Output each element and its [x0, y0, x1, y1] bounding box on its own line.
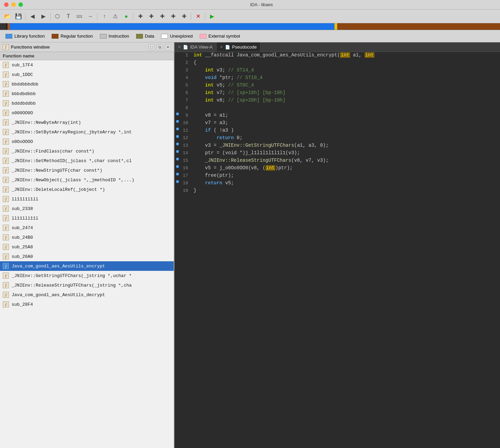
play-button[interactable]: ▶ [207, 12, 217, 21]
line-code-content: { [191, 60, 500, 65]
legend-library: Library function [5, 34, 45, 39]
functions-header: f Functions window □ ⧉ ✕ [0, 42, 174, 52]
tab-ida-view[interactable]: ✕ 📄 IDA View-A [174, 42, 216, 52]
function-item[interactable]: fsub_28F4 [0, 300, 174, 309]
add2-button[interactable]: ✚ [146, 12, 156, 21]
function-item[interactable]: f_JNIEnv::GetMethodID(_jclass *,char con… [0, 156, 174, 166]
close-ida-view-icon[interactable]: ✕ [178, 45, 181, 49]
function-item[interactable]: f_JNIEnv::FindClass(char const*) [0, 146, 174, 156]
separator-6 [205, 13, 205, 20]
restore-button[interactable]: □ [148, 44, 155, 50]
function-item[interactable]: fsub_2474 [0, 223, 174, 233]
code-line: 11 if ( !a3 ) [174, 127, 500, 135]
code-line: 15 _JNIEnv::ReleaseStringUTFChars(v8, v7… [174, 157, 500, 165]
legend-instruction: Instruction [100, 34, 129, 39]
function-item[interactable]: fll11l1l1ll [0, 194, 174, 204]
maximize-button[interactable] [18, 2, 23, 7]
function-icon: f [3, 62, 9, 68]
function-item[interactable]: fo000OO0O [0, 108, 174, 118]
code-line: 16 v5 = j_o0Oo0OO0(v8, (int)ptr); [174, 165, 500, 172]
function-item[interactable]: f_JNIEnv::GetStringUTFChars(_jstring *,u… [0, 271, 174, 280]
function-item[interactable]: f_JNIEnv::NewStringUTF(char const*) [0, 166, 174, 175]
run-button[interactable]: ● [121, 12, 131, 21]
code-line: 6 int v7; // [sp+18h] [bp-18h] [174, 90, 500, 97]
add4-button[interactable]: ✚ [168, 12, 178, 21]
float-button[interactable]: ⧉ [157, 44, 163, 50]
function-item[interactable]: f_JNIEnv::NewObject(_jclass *,_jmethodID… [0, 175, 174, 185]
function-name: sub_24B0 [12, 235, 33, 240]
function-item[interactable]: fsub_25A8 [0, 242, 174, 252]
add5-button[interactable]: ✚ [179, 12, 189, 21]
function-item[interactable]: fsub_17F4 [0, 60, 174, 70]
function-item[interactable]: fll11lll11l [0, 213, 174, 223]
code-line: 2{ [174, 60, 500, 67]
line-code-content: int __fastcall Java_com_goodl_aes_AesUti… [191, 52, 500, 58]
line-code-content: void *ptr; // ST10_4 [191, 75, 500, 80]
code-line: 9 v8 = a1; [174, 112, 500, 120]
function-item[interactable]: fsub_1DDC [0, 70, 174, 79]
up-button[interactable]: ↑ [100, 12, 109, 21]
minimize-button[interactable] [11, 2, 16, 7]
code-line: 8 [174, 105, 500, 112]
function-item[interactable]: fbbddbbbdbb [0, 79, 174, 89]
add1-button[interactable]: ✚ [135, 12, 145, 21]
function-name-column-header: Function name [0, 52, 174, 60]
function-item[interactable]: f_JNIEnv::ReleaseStringUTFChars(_jstring… [0, 280, 174, 290]
function-item[interactable]: fbdddbddbb [0, 98, 174, 108]
function-icon: f [3, 129, 9, 135]
back-button[interactable]: ◀ [28, 12, 37, 21]
code-line: 4 void *ptr; // ST10_4 [174, 75, 500, 82]
navigation-map[interactable] [0, 23, 500, 30]
close-panel-button[interactable]: ✕ [165, 44, 171, 50]
close-pseudocode-icon[interactable]: ✕ [220, 45, 223, 49]
open-button[interactable]: 📂 [3, 12, 12, 21]
graph-button[interactable]: ⬡ [53, 12, 62, 21]
add3-button[interactable]: ✚ [157, 12, 167, 21]
functions-list[interactable]: fsub_17F4fsub_1DDCfbbddbbbdbbfbbbdbdbbbf… [0, 60, 174, 448]
separator-2 [50, 13, 51, 20]
code-content[interactable]: 1int __fastcall Java_com_goodl_aes_AesUt… [174, 52, 500, 448]
stop-button[interactable]: ✕ [193, 12, 203, 21]
code-line: 10 v7 = a3; [174, 120, 500, 127]
functions-panel: f Functions window □ ⧉ ✕ Function name f… [0, 42, 174, 448]
function-icon: f [3, 110, 9, 116]
text-button[interactable]: T [64, 12, 73, 21]
function-item[interactable]: fbbbdbdbbb [0, 89, 174, 98]
function-name: Java_com_goodl_aes_AesUtils_encrypt [12, 264, 105, 269]
close-button[interactable] [4, 2, 9, 7]
function-name: sub_25A8 [12, 245, 33, 250]
function-item[interactable]: f_JNIEnv::NewByteArray(int) [0, 118, 174, 127]
function-icon: f [3, 273, 9, 279]
tab-pseudocode-label: Pseudocode [232, 44, 257, 50]
function-item[interactable]: fJava_com_goodl_aes_AesUtils_decrypt [0, 290, 174, 300]
line-code-content: } [191, 188, 500, 193]
line-number: 17 [181, 173, 191, 178]
function-name: _JNIEnv::GetStringUTFChars(_jstring *,uc… [12, 273, 132, 278]
code-line: 13 v3 = _JNIEnv::GetStringUTFChars(a1, a… [174, 142, 500, 150]
function-name: sub_2338 [12, 206, 33, 211]
save-button[interactable]: 💾 [14, 12, 23, 21]
line-code-content: _JNIEnv::ReleaseStringUTFChars(v8, v7, v… [191, 158, 500, 163]
function-item[interactable]: fsub_26A0 [0, 252, 174, 261]
hex-button[interactable]: 101 [75, 12, 84, 21]
separator-5 [191, 13, 191, 20]
function-item[interactable]: fsub_24B0 [0, 233, 174, 242]
function-icon: f [3, 206, 9, 212]
line-dot [174, 135, 181, 138]
function-icon: f [3, 148, 9, 154]
function-icon: f [3, 225, 9, 231]
ida-view-icon: 📄 [183, 45, 188, 50]
function-item[interactable]: f_JNIEnv::DeleteLocalRef(_jobject *) [0, 185, 174, 194]
function-name: sub_17F4 [12, 63, 33, 68]
function-item[interactable]: fo0OoOOOO [0, 137, 174, 146]
function-item[interactable]: fJava_com_goodl_aes_AesUtils_encrypt [0, 261, 174, 271]
warn-button[interactable]: ⚠ [110, 12, 120, 21]
function-icon: f [3, 167, 9, 173]
forward-button[interactable]: ▶ [39, 12, 48, 21]
function-item[interactable]: fsub_2338 [0, 204, 174, 213]
code-line: 14 ptr = (void *)j_l1l1l1l1l1l1(v3); [174, 150, 500, 157]
function-item[interactable]: f_JNIEnv::SetByteArrayRegion(_jbyteArray… [0, 127, 174, 137]
arrow-button[interactable]: → [85, 12, 95, 21]
line-number: 12 [181, 135, 191, 141]
tab-pseudocode[interactable]: ✕ 📄 Pseudocode [216, 42, 261, 52]
